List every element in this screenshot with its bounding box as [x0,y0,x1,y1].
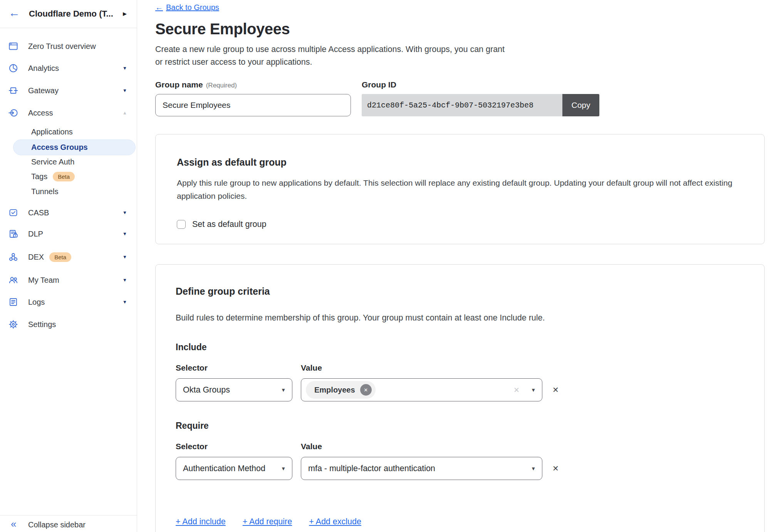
sidebar-item-gateway[interactable]: Gateway ▼ [0,85,137,96]
require-heading: Require [176,421,744,431]
criteria-card-description: Build rules to determine membership of t… [176,313,744,323]
chevron-down-icon[interactable]: ▼ [122,231,127,237]
sidebar-item-label: Tunnels [31,187,58,196]
casb-icon [8,208,18,218]
sidebar-item-label: Tags [31,172,47,181]
remove-include-rule-icon[interactable]: ✕ [552,385,559,394]
sidebar-item-applications[interactable]: Applications [0,126,137,138]
sidebar-item-label: Access [28,109,53,117]
sidebar-item-tunnels[interactable]: Tunnels [0,186,137,197]
copy-button[interactable]: Copy [562,94,599,116]
chevron-down-icon: ▼ [281,466,286,472]
group-id-value: d21ce80f-5a25-4bcf-9b07-5032197e3be8 [362,94,562,116]
chevron-down-icon: ▼ [531,466,536,472]
account-title: Cloudflare Demo (T... [29,9,113,19]
include-value-label: Value [301,363,322,373]
page-title: Secure Employees [155,20,770,38]
sidebar-item-label: Access Groups [31,143,88,152]
remove-require-rule-icon[interactable]: ✕ [552,464,559,473]
add-exclude-link[interactable]: + Add exclude [309,517,361,527]
chevron-down-icon[interactable]: ▼ [122,65,127,71]
chevron-down-icon: ▼ [281,387,286,393]
set-default-group-checkbox[interactable] [177,220,186,229]
window-icon [8,41,18,52]
group-id-label: Group ID [362,80,396,89]
add-include-link[interactable]: + Add include [176,517,226,527]
require-value-dropdown[interactable]: mfa - multiple-factor authentication ▼ [301,457,542,480]
chevron-down-icon[interactable]: ▼ [122,299,127,305]
require-labels-row: Selector Value [176,442,744,451]
sidebar-item-dlp[interactable]: DLP ▼ [0,228,137,240]
back-arrow-icon: ← [155,3,163,12]
document-lock-icon [8,229,18,239]
group-name-input[interactable] [155,94,351,116]
require-value-text: mfa - multiple-factor authentication [308,464,435,473]
chevron-down-icon: ▼ [531,387,536,393]
group-id-box: d21ce80f-5a25-4bcf-9b07-5032197e3be8 Cop… [362,94,599,116]
sidebar-item-label: Logs [28,298,45,307]
back-arrow-icon[interactable]: ← [8,6,20,19]
main-content: ← Back to Groups Secure Employees Create… [138,0,770,532]
page-description-line1: Create a new rule group to use across mu… [155,43,770,56]
chevron-down-icon[interactable]: ▼ [122,210,127,215]
include-selector-label: Selector [176,363,301,373]
team-icon [8,275,18,285]
group-name-label: Group name [155,80,203,89]
back-link-label: Back to Groups [166,3,219,12]
add-rule-links-row: + Add include + Add require + Add exclud… [176,517,744,527]
chevron-up-icon[interactable]: ▲ [122,110,127,116]
sidebar-item-label: Applications [31,128,73,136]
default-group-card: Assign as default group Apply this rule … [155,134,765,244]
sidebar-item-label: DEX [28,253,44,262]
add-require-link[interactable]: + Add require [243,517,292,527]
sidebar-item-label: My Team [28,276,59,285]
default-group-card-description: Apply this rule group to new application… [177,176,743,203]
sidebar-item-analytics[interactable]: Analytics ▼ [0,62,137,74]
sidebar-item-dex[interactable]: DEX Beta ▼ [0,251,137,263]
employees-tag-label: Employees [314,386,355,394]
access-icon [8,108,18,118]
sidebar-item-label: DLP [28,230,43,238]
collapse-sidebar-label: Collapse sidebar [28,520,86,529]
beta-badge: Beta [53,172,75,181]
criteria-card-title: Define group criteria [176,286,744,297]
sidebar-item-zero-trust-overview[interactable]: Zero Trust overview [0,40,137,52]
group-id-field-group: Group ID d21ce80f-5a25-4bcf-9b07-5032197… [362,80,599,116]
include-value-multiselect[interactable]: Employees ✕ ✕ ▼ [301,378,542,401]
chevron-down-icon[interactable]: ▼ [122,277,127,283]
sidebar-item-access[interactable]: Access ▲ [0,107,137,119]
remove-tag-icon[interactable]: ✕ [360,384,372,396]
include-heading: Include [176,342,744,352]
sidebar-item-logs[interactable]: Logs ▼ [0,296,137,308]
chevron-down-icon[interactable]: ▼ [122,88,127,93]
include-labels-row: Selector Value [176,363,744,373]
sidebar-item-label: Analytics [28,64,59,73]
sidebar-item-casb[interactable]: CASB ▼ [0,207,137,218]
sidebar-item-service-auth[interactable]: Service Auth [0,156,137,168]
account-switcher-caret-icon[interactable]: ▶ [123,11,127,17]
clear-value-icon[interactable]: ✕ [513,386,520,394]
require-selector-value: Authentication Method [183,464,265,473]
pie-chart-icon [8,63,18,74]
back-to-groups-link[interactable]: ← Back to Groups [155,3,219,12]
sidebar-item-access-groups[interactable]: Access Groups [13,139,136,155]
require-selector-dropdown[interactable]: Authentication Method ▼ [176,457,292,480]
include-selector-value: Okta Groups [183,385,230,395]
group-criteria-card: Define group criteria Build rules to det… [155,264,765,532]
chevron-down-icon[interactable]: ▼ [122,254,127,260]
sidebar-item-settings[interactable]: Settings [0,319,137,330]
sidebar-item-label: Service Auth [31,158,74,166]
include-selector-dropdown[interactable]: Okta Groups ▼ [176,378,292,401]
collapse-sidebar-button[interactable]: « Collapse sidebar [0,515,137,532]
sidebar-item-label: Zero Trust overview [28,42,96,51]
require-rule-row: Authentication Method ▼ mfa - multiple-f… [176,457,744,480]
sidebar-item-my-team[interactable]: My Team ▼ [0,274,137,286]
require-value-label: Value [301,442,322,451]
collapse-icon: « [11,518,16,530]
default-group-card-title: Assign as default group [177,157,743,168]
sidebar-item-tags[interactable]: Tags Beta [0,171,137,182]
logs-icon [8,297,18,307]
gear-icon [8,319,18,330]
page-description-line2: or restrict user access to your applicat… [155,56,770,69]
group-name-field-group: Group name(Required) [155,80,351,116]
